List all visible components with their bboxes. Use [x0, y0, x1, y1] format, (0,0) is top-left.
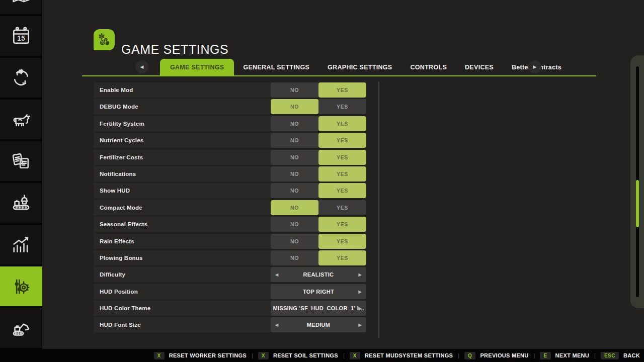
tractor-gear-icon — [96, 32, 112, 48]
select-value: REALISTIC — [303, 272, 334, 278]
svg-text:15: 15 — [17, 35, 25, 42]
toggle-option-no[interactable]: NO — [271, 200, 318, 215]
setting-label: Compact Mode — [100, 205, 142, 211]
setting-row-fertility-system: Fertility SystemNOYES — [94, 116, 366, 131]
toggle-option-no[interactable]: NO — [271, 99, 318, 114]
tab-controls[interactable]: CONTROLS — [401, 59, 456, 75]
shortcut-reset-mudsystem-settings[interactable]: XRESET MUDSYSTEM SETTINGS — [350, 352, 453, 359]
select-next-icon[interactable]: ▶ — [359, 273, 362, 277]
shortcut-separator: | — [594, 352, 596, 358]
shortcut-next-menu[interactable]: ENEXT MENU — [540, 352, 589, 359]
sidebar-item-statistics[interactable] — [0, 225, 42, 264]
setting-row-rain-effects: Rain EffectsNOYES — [94, 234, 366, 249]
settings-list: Enable ModNOYESDEBUG ModeNOYESFertility … — [94, 82, 366, 334]
setting-label: Fertility System — [100, 121, 144, 127]
toggle-option-label: NO — [290, 104, 299, 110]
select-box[interactable]: ◀REALISTIC▶ — [271, 267, 366, 282]
tab-underline — [82, 75, 596, 76]
chevron-right-icon: ▶ — [533, 64, 537, 69]
sidebar-item-contracts[interactable] — [0, 141, 42, 181]
toggle-option-no[interactable]: NO — [271, 116, 318, 131]
select-next-icon[interactable]: ▶ — [359, 289, 362, 294]
shortcut-separator: | — [343, 352, 345, 358]
toggle-control: NOYES — [271, 166, 366, 182]
tab-label: CONTROLS — [410, 64, 447, 71]
toggle-option-yes[interactable]: YES — [318, 133, 366, 148]
toggle-option-label: NO — [290, 238, 299, 244]
key-badge: Q — [464, 352, 475, 359]
tab-scroll-right-button[interactable]: ▶ — [528, 60, 541, 73]
toggle-option-label: YES — [337, 255, 348, 261]
sidebar-item-animals[interactable] — [0, 100, 42, 139]
settings-list-scrollbar[interactable] — [378, 81, 379, 338]
toggle-option-yes[interactable]: YES — [318, 250, 366, 265]
sidebar-item-calendar[interactable]: 15 — [0, 16, 42, 56]
toggle-option-yes[interactable]: YES — [318, 116, 366, 131]
toggle-option-label: YES — [337, 221, 348, 227]
setting-row-hud-color-theme: HUD Color ThemeMISSING 'SF_HUD_COLOR_1' … — [94, 301, 366, 316]
sidebar-item-construction[interactable] — [0, 308, 42, 348]
toggle-option-no[interactable]: NO — [271, 133, 318, 148]
toggle-option-no[interactable]: NO — [271, 166, 318, 182]
tab-general-settings[interactable]: GENERAL SETTINGS — [234, 59, 318, 75]
toggle-option-yes[interactable]: YES — [318, 166, 366, 182]
toggle-option-yes[interactable]: YES — [318, 234, 366, 249]
toggle-option-no[interactable]: NO — [271, 150, 318, 165]
toggle-option-no[interactable]: NO — [271, 183, 318, 198]
toggle-option-yes[interactable]: YES — [318, 99, 366, 114]
toggle-option-no[interactable]: NO — [271, 217, 318, 232]
toggle-control: NOYES — [271, 150, 366, 165]
select-next-icon[interactable]: ▶ — [359, 306, 362, 311]
select-box[interactable]: MISSING 'SF_HUD_COLOR_1' L..▶ — [271, 301, 366, 316]
toggle-option-label: YES — [337, 121, 348, 127]
toggle-control: NOYES — [271, 116, 366, 131]
shortcut-label: NEXT MENU — [555, 352, 589, 358]
setting-row-plowing-bonus: Plowing BonusNOYES — [94, 250, 366, 265]
tab-devices[interactable]: DEVICES — [456, 59, 503, 75]
toggle-option-no[interactable]: NO — [271, 234, 318, 249]
toggle-option-no[interactable]: NO — [271, 250, 318, 265]
sidebar-item-settings[interactable] — [0, 266, 42, 306]
key-badge: X — [154, 352, 165, 359]
select-next-icon[interactable]: ▶ — [359, 323, 362, 327]
select-prev-icon[interactable]: ◀ — [275, 323, 278, 327]
setting-label: Seasonal Effects — [100, 221, 147, 227]
shortcut-reset-soil-settings[interactable]: XRESET SOIL SETTINGS — [258, 352, 338, 359]
shortcut-bar: XRESET WORKER SETTINGS|XRESET SOIL SETTI… — [0, 349, 644, 362]
tab-scroll-left-button[interactable]: ◀ — [135, 60, 148, 73]
page-scrollbar-thumb[interactable] — [636, 180, 639, 227]
toggle-option-no[interactable]: NO — [271, 82, 318, 98]
shortcut-back[interactable]: ESCBACK — [601, 352, 640, 359]
crop-rotation-icon — [10, 67, 32, 89]
shortcut-reset-worker-settings[interactable]: XRESET WORKER SETTINGS — [154, 352, 247, 359]
page-scrollbar — [630, 55, 644, 308]
select-control: MISSING 'SF_HUD_COLOR_1' L..▶ — [271, 301, 366, 316]
toggle-option-label: NO — [290, 205, 299, 211]
shortcut-separator: | — [534, 352, 535, 358]
tab-game-settings[interactable]: GAME SETTINGS — [160, 59, 234, 75]
sidebar-item-crop-rotation[interactable] — [0, 58, 42, 98]
toggle-option-yes[interactable]: YES — [318, 150, 366, 165]
sidebar-item-production[interactable] — [0, 183, 42, 223]
toggle-option-label: NO — [290, 221, 299, 227]
yes-no-toggle: NOYES — [271, 200, 366, 215]
setting-row-fertilizer-costs: Fertilizer CostsNOYES — [94, 150, 366, 165]
select-prev-icon[interactable]: ◀ — [275, 273, 278, 277]
select-box[interactable]: ◀MEDIUM▶ — [271, 317, 366, 332]
tab-graphic-settings[interactable]: GRAPHIC SETTINGS — [318, 59, 401, 75]
toggle-option-yes[interactable]: YES — [318, 200, 366, 215]
toggle-option-yes[interactable]: YES — [318, 82, 366, 98]
toggle-control: NOYES — [271, 183, 366, 198]
statistics-icon — [10, 234, 32, 256]
shortcut-previous-menu[interactable]: QPREVIOUS MENU — [464, 352, 528, 359]
shortcut-label: RESET SOIL SETTINGS — [273, 352, 338, 358]
sidebar-item-map[interactable] — [0, 0, 42, 14]
toggle-control: NOYES — [271, 217, 366, 232]
toggle-option-label: NO — [290, 121, 299, 127]
toggle-option-label: YES — [337, 137, 348, 143]
yes-no-toggle: NOYES — [271, 183, 366, 198]
toggle-option-yes[interactable]: YES — [318, 217, 366, 232]
select-box[interactable]: TOP RIGHT▶ — [271, 284, 366, 299]
toggle-option-label: NO — [290, 188, 299, 194]
toggle-option-yes[interactable]: YES — [318, 183, 366, 198]
